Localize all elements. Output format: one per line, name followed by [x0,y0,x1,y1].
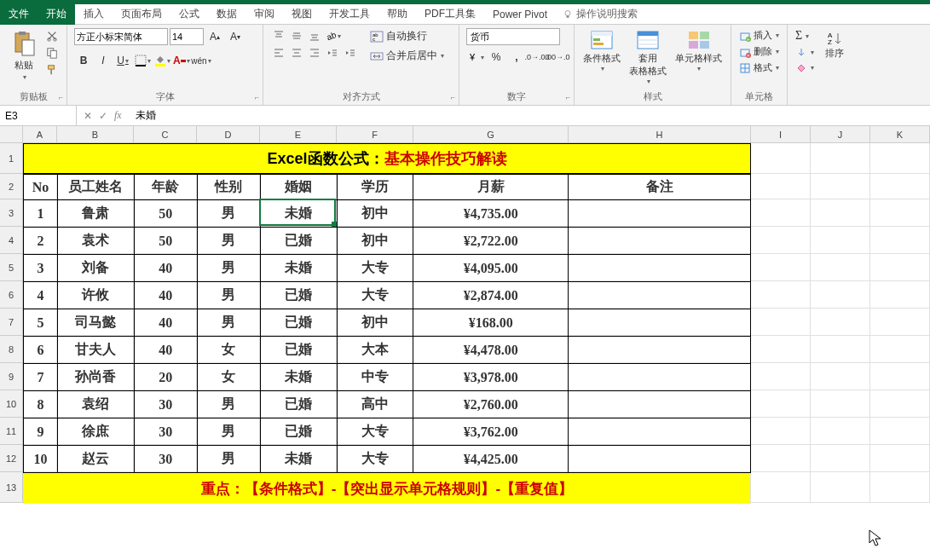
row-header-2[interactable]: 2 [0,174,22,199]
table-cell[interactable]: 3 [24,255,58,282]
table-cell[interactable]: 10 [24,446,58,473]
table-cell[interactable]: ¥4,478.00 [413,337,569,364]
table-cell[interactable]: 甘夫人 [57,337,134,364]
table-cell[interactable]: 男 [197,419,260,446]
table-cell[interactable]: 女 [197,364,260,391]
table-cell[interactable] [569,309,751,337]
table-cell[interactable]: 5 [24,309,58,337]
tab-view[interactable]: 视图 [283,3,321,25]
table-cell[interactable] [569,364,751,391]
table-cell[interactable]: 7 [24,364,58,391]
align-top-button[interactable] [270,28,287,43]
accounting-format-button[interactable]: ¥▾ [466,49,485,66]
table-cell[interactable]: 刘备 [57,255,134,282]
tab-home[interactable]: 开始 [38,3,75,25]
tab-review[interactable]: 审阅 [245,3,283,25]
col-header-B[interactable]: B [57,126,134,142]
table-cell[interactable]: 司马懿 [57,309,134,337]
table-cell[interactable]: 已婚 [260,282,337,309]
format-cells-button[interactable]: 格式▾ [738,61,780,75]
table-cell[interactable]: ¥2,722.00 [413,228,569,255]
table-cell[interactable]: 鲁肃 [57,200,134,228]
table-cell[interactable] [569,282,751,309]
table-header[interactable]: 员工姓名 [57,175,134,200]
table-cell[interactable]: ¥3,978.00 [413,364,569,391]
table-cell[interactable]: 未婚 [260,200,337,228]
table-cell[interactable]: 大专 [337,255,413,282]
table-cell[interactable]: 男 [197,255,260,282]
col-header-C[interactable]: C [134,126,197,142]
align-left-button[interactable] [270,45,287,61]
format-painter-button[interactable] [44,62,60,78]
dialog-launcher-icon[interactable]: ⌐ [566,93,570,101]
table-cell[interactable]: 40 [134,309,197,337]
decrease-indent-button[interactable] [324,45,341,61]
autosum-button[interactable]: Σ▾ [794,28,815,43]
table-cell[interactable]: 50 [134,228,197,255]
table-cell[interactable]: 袁术 [57,228,134,255]
col-header-K[interactable]: K [870,126,930,142]
table-cell[interactable] [569,200,751,228]
cut-button[interactable] [44,28,60,43]
table-header[interactable]: 学历 [337,175,413,200]
table-cell[interactable]: 9 [24,419,58,446]
tab-dev[interactable]: 开发工具 [321,3,378,25]
table-cell[interactable]: 40 [134,255,197,282]
row-header-3[interactable]: 3 [0,199,22,227]
underline-button[interactable]: U▾ [113,52,132,69]
increase-decimal-button[interactable]: .0→.00 [528,49,546,66]
table-cell[interactable]: 初中 [337,309,413,337]
table-cell[interactable] [569,391,751,419]
table-cell[interactable]: ¥4,735.00 [413,200,569,228]
border-button[interactable]: ▾ [133,52,152,69]
cancel-formula-button[interactable]: ✕ [84,110,92,122]
table-cell[interactable] [569,446,751,473]
comma-button[interactable]: , [507,49,526,66]
merge-center-button[interactable]: 合并后居中▾ [369,48,445,64]
table-cell[interactable]: 男 [197,446,260,473]
table-cell[interactable]: 未婚 [260,364,337,391]
name-box[interactable] [0,106,77,125]
table-cell[interactable] [569,337,751,364]
row-header-9[interactable]: 9 [0,363,22,390]
row-header-6[interactable]: 6 [0,281,22,309]
cell-styles-button[interactable]: 单元格样式▾ [673,28,724,74]
row-header-8[interactable]: 8 [0,336,22,363]
table-cell[interactable] [569,419,751,446]
table-cell[interactable]: ¥2,760.00 [413,391,569,419]
row-header-10[interactable]: 10 [0,390,22,418]
row-header-5[interactable]: 5 [0,254,22,281]
font-color-button[interactable]: A▾ [172,52,191,69]
copy-button[interactable] [44,45,60,61]
col-header-H[interactable]: H [569,126,751,142]
table-cell[interactable]: 男 [197,309,260,337]
col-header-J[interactable]: J [811,126,870,142]
conditional-format-button[interactable]: 条件格式▾ [581,28,622,74]
table-cell[interactable] [569,228,751,255]
table-cell[interactable]: 已婚 [260,337,337,364]
tab-formulas[interactable]: 公式 [170,3,208,25]
fx-button[interactable]: fx [114,109,122,122]
table-header[interactable]: 月薪 [413,175,569,200]
number-format-select[interactable] [466,28,560,45]
table-cell[interactable]: 已婚 [260,419,337,446]
tab-layout[interactable]: 页面布局 [113,3,170,25]
bold-button[interactable]: B [74,52,93,69]
table-cell[interactable]: ¥4,095.00 [413,255,569,282]
tab-insert[interactable]: 插入 [75,3,113,25]
table-header[interactable]: 年龄 [134,175,197,200]
clear-button[interactable]: ▾ [794,61,815,74]
tab-data[interactable]: 数据 [208,3,245,25]
table-cell[interactable]: 大专 [337,446,413,473]
table-cell[interactable]: 6 [24,337,58,364]
row-header-1[interactable]: 1 [0,143,22,174]
table-cell[interactable]: 男 [197,200,260,228]
paste-button[interactable]: 粘贴 ▾ [7,28,41,83]
row-header-12[interactable]: 12 [0,445,22,472]
table-cell[interactable]: 已婚 [260,391,337,419]
table-cell[interactable]: 初中 [337,228,413,255]
tab-file[interactable]: 文件 [0,3,38,25]
table-cell[interactable]: 徐庶 [57,419,134,446]
format-as-table-button[interactable]: 套用 表格格式▾ [627,28,668,87]
increase-font-button[interactable]: A▴ [205,28,224,45]
